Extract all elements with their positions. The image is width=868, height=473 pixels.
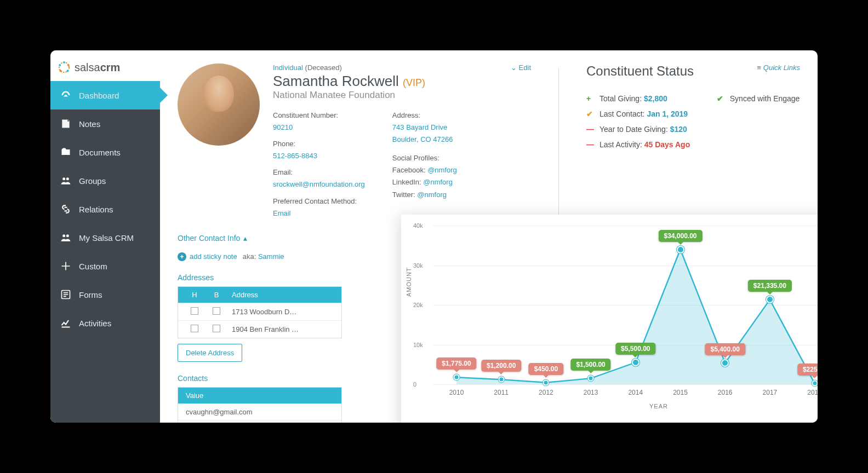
- sidebar-item-documents[interactable]: Documents: [50, 138, 160, 166]
- addresses-header: H B Address: [178, 287, 341, 303]
- chart-point[interactable]: [498, 377, 504, 383]
- chart-point[interactable]: [543, 379, 549, 385]
- ytick: 40k: [413, 222, 423, 229]
- sidebar-item-relations[interactable]: Relations: [50, 195, 160, 223]
- vertical-divider: [558, 68, 559, 215]
- phone-label: Phone:: [273, 138, 365, 150]
- documents-icon: [60, 147, 71, 158]
- checkbox[interactable]: [191, 325, 198, 332]
- relations-icon: [60, 204, 71, 215]
- sidebar-item-label: Custom: [79, 262, 107, 271]
- constituent-number[interactable]: 90210: [273, 122, 365, 134]
- chevron-down-icon: ⌄: [511, 64, 517, 72]
- sidebar-item-notes[interactable]: Notes: [50, 109, 160, 138]
- sidebar-item-activities[interactable]: Activities: [50, 309, 160, 337]
- table-row[interactable]: 1904 Ben Franklin …: [178, 320, 341, 338]
- facebook-row: Facebook: @nmforg: [392, 164, 457, 176]
- check-icon: ✔: [586, 106, 594, 122]
- contacts-header: Value: [178, 388, 341, 403]
- svg-point-8: [62, 234, 65, 237]
- total-giving-row: + Total Giving: $2,800: [586, 91, 667, 106]
- sidebar-item-label: Activities: [79, 319, 111, 328]
- aka-line: aka: Sammie: [243, 252, 284, 261]
- table-row[interactable]: cvaughn@hotmail.com: [178, 420, 341, 423]
- pref-contact-value: Email: [273, 207, 365, 220]
- data-label: $225.00: [797, 364, 818, 376]
- total-giving-value: $2,800: [644, 94, 667, 103]
- phone-value[interactable]: 512-865-8843: [273, 150, 365, 162]
- col-h: H: [184, 291, 205, 299]
- address-line2[interactable]: Boulder, CO 47266: [392, 134, 457, 146]
- email-value[interactable]: srockwell@nmfoundation.org: [273, 178, 365, 191]
- chart-point[interactable]: [721, 359, 729, 367]
- chart-area: 010k20k30k40k2010$1,775.002011$1,200.002…: [433, 226, 818, 401]
- pref-contact-label: Preferred Contact Method:: [273, 195, 365, 207]
- ytd-value: $120: [670, 125, 687, 134]
- constituent-number-label: Constituent Number:: [273, 109, 365, 122]
- constituent-type: Individual (Deceased): [273, 64, 425, 72]
- add-sticky-button[interactable]: + add sticky note: [178, 252, 237, 261]
- logo-text: salsacrm: [75, 61, 120, 74]
- col-address: Address: [227, 291, 336, 299]
- data-label: $450.00: [529, 363, 563, 375]
- checkbox[interactable]: [191, 307, 198, 315]
- sidebar-item-dashboard[interactable]: Dashboard: [50, 81, 160, 109]
- xtick: 2018: [807, 389, 818, 396]
- aka-value[interactable]: Sammie: [258, 252, 284, 261]
- status-title: Constituent Status: [586, 64, 694, 79]
- ytd-giving-row: — Year to Date Giving: $120: [586, 122, 800, 137]
- edit-button[interactable]: ⌄ Edit: [511, 64, 531, 72]
- avatar: [178, 64, 260, 146]
- chart-point[interactable]: [812, 380, 818, 387]
- ytick: 10k: [413, 342, 423, 348]
- plus-circle-icon: +: [178, 252, 186, 261]
- ytick: 20k: [413, 302, 423, 308]
- linkedin-link[interactable]: @nmforg: [423, 178, 453, 186]
- ytick: 0: [413, 381, 416, 388]
- sidebar-item-forms[interactable]: Forms: [50, 280, 160, 309]
- chart-point[interactable]: [766, 296, 774, 303]
- sidebar-item-my-salsa-crm[interactable]: My Salsa CRM: [50, 223, 160, 252]
- facebook-link[interactable]: @nmforg: [427, 166, 457, 174]
- chart-point[interactable]: [454, 374, 460, 380]
- checkbox[interactable]: [213, 307, 220, 315]
- sidebar-item-custom[interactable]: Custom: [50, 252, 160, 280]
- xtick: 2015: [673, 389, 688, 396]
- addresses-table: H B Address 1713 Woodburn D… 1904 Ben Fr…: [178, 286, 342, 338]
- twitter-row: Twitter: @nmforg: [392, 189, 457, 201]
- chart-ylabel: AMOUNT: [406, 267, 412, 297]
- sidebar-item-label: Notes: [79, 119, 100, 129]
- svg-point-4: [60, 70, 62, 72]
- sidebar-item-label: Forms: [79, 290, 102, 299]
- chart-point[interactable]: [677, 246, 684, 253]
- chart-point[interactable]: [632, 359, 639, 366]
- xtick: 2011: [494, 389, 509, 396]
- data-label: $21,335.00: [748, 280, 792, 292]
- checkbox[interactable]: [213, 325, 220, 332]
- sidebar-item-groups[interactable]: Groups: [50, 166, 160, 195]
- address-cell: 1713 Woodburn D…: [227, 308, 336, 316]
- table-row[interactable]: cvaughn@gmail.com: [178, 403, 341, 420]
- main-content: Individual (Deceased) Samantha Rockwell …: [160, 50, 818, 423]
- table-row[interactable]: 1713 Woodburn D…: [178, 303, 341, 320]
- contacts-table: Value cvaughn@gmail.com cvaughn@hotmail.…: [178, 387, 342, 423]
- last-activity-row: — Last Activity: 45 Days Ago: [586, 137, 800, 152]
- svg-point-9: [66, 234, 69, 237]
- twitter-link[interactable]: @nmforg: [417, 191, 447, 199]
- email-label: Email:: [273, 166, 365, 178]
- status-section: Constituent Status ≡ Quick Links + Total…: [586, 64, 800, 220]
- last-contact-row: ✔ Last Contact: Jan 1, 2019: [586, 106, 800, 122]
- svg-point-6: [62, 177, 65, 180]
- quick-links-button[interactable]: ≡ Quick Links: [757, 64, 800, 72]
- xtick: 2012: [539, 389, 553, 396]
- type-link[interactable]: Individual: [273, 64, 303, 72]
- chart-point[interactable]: [588, 376, 594, 382]
- address-line1[interactable]: 743 Bayard Drive: [392, 122, 457, 134]
- delete-address-button[interactable]: Delete Address: [178, 344, 242, 362]
- col-value: Value: [184, 391, 336, 400]
- sidebar-item-label: Documents: [79, 148, 121, 157]
- data-label: $1,200.00: [481, 360, 521, 372]
- groups-icon: [60, 175, 71, 186]
- menu-icon: ≡: [757, 64, 762, 72]
- app-window: salsacrm DashboardNotesDocumentsGroupsRe…: [50, 50, 818, 423]
